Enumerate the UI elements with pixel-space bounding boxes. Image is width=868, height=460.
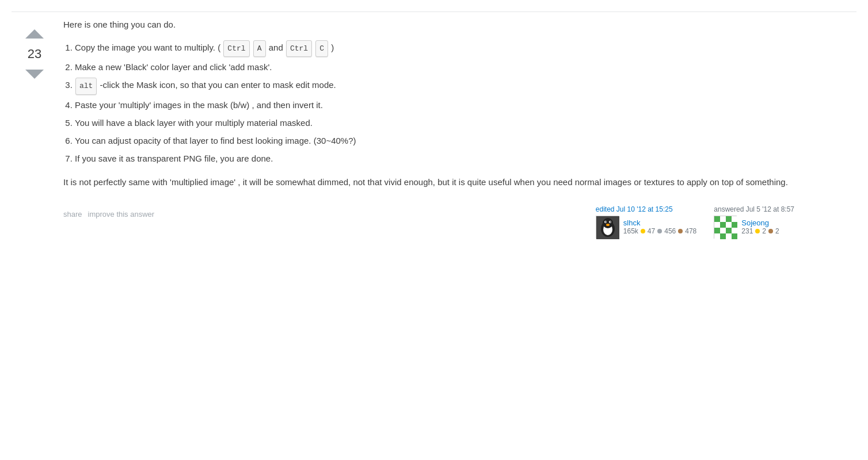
list-item: Make a new 'Black' color layer and click… [75, 59, 794, 75]
edited-sig: edited Jul 10 '12 at 15:25 [596, 205, 696, 239]
svg-rect-16 [726, 222, 732, 228]
answered-rep-count: 231 [741, 227, 753, 235]
bronze-dot2 [768, 229, 773, 233]
svg-rect-15 [720, 222, 726, 228]
edited-rep-count: 165k [623, 227, 638, 235]
post-footer: share improve this answer edited Jul 10 … [63, 201, 794, 239]
page-wrapper: 23 Here is one thing you can do. Copy th… [0, 0, 868, 460]
step7-text: If you save it as transparent PNG file, … [75, 154, 273, 163]
svg-rect-22 [714, 233, 720, 239]
vote-up-button[interactable] [24, 24, 45, 44]
kbd-a: A [253, 40, 266, 57]
svg-point-3 [603, 218, 613, 228]
post-actions: share improve this answer [63, 205, 154, 218]
answered-label: answered Jul 5 '12 at 8:57 [714, 205, 794, 213]
bronze-dot [678, 229, 683, 233]
svg-rect-14 [714, 222, 720, 228]
kbd-ctrl-a1: Ctrl [223, 40, 249, 57]
post-signatures: edited Jul 10 '12 at 15:25 [596, 205, 794, 239]
edited-user-card: slhck 165k 47 456 478 [596, 216, 696, 239]
step2-text: Make a new 'Black' color layer and click… [75, 62, 272, 72]
answered-user-rep: 231 2 2 [741, 227, 779, 235]
gold-count: 47 [648, 227, 655, 235]
bronze-count: 478 [685, 227, 696, 235]
avatar [596, 216, 619, 239]
gold-count2: 2 [762, 227, 766, 235]
svg-rect-20 [726, 228, 732, 233]
svg-rect-10 [714, 216, 720, 222]
svg-rect-24 [726, 233, 732, 239]
answer-body: Here is one thing you can do. Copy the i… [58, 18, 794, 239]
kbd-alt: alt [75, 78, 97, 94]
answered-sig: answered Jul 5 '12 at 8:57 [714, 205, 794, 239]
kbd-ctrl-c1: Ctrl [286, 40, 312, 57]
share-link[interactable]: share [63, 210, 82, 218]
upvote-icon [24, 24, 45, 44]
svg-rect-11 [720, 216, 726, 222]
list-item: Copy the image you want to multiply. ( C… [75, 40, 794, 57]
closing-text: It is not perfectly same with 'multiplie… [63, 175, 794, 189]
bronze-count2: 2 [775, 227, 779, 235]
edited-user-rep: 165k 47 456 478 [623, 227, 696, 235]
svg-rect-17 [732, 222, 737, 228]
improve-link[interactable]: improve this answer [88, 210, 155, 218]
svg-rect-12 [726, 216, 732, 222]
downvote-icon [24, 64, 45, 85]
svg-point-8 [606, 224, 610, 226]
svg-rect-23 [720, 233, 726, 239]
step3-text: -click the Mask icon, so that you can en… [97, 80, 336, 90]
svg-rect-25 [732, 233, 737, 239]
answer-container: 23 Here is one thing you can do. Copy th… [0, 12, 806, 244]
svg-point-7 [610, 221, 611, 223]
answered-username[interactable]: Sojeong [741, 218, 779, 227]
step1-text: Copy the image you want to multiply. ( C… [75, 43, 334, 52]
steps-list: Copy the image you want to multiply. ( C… [75, 40, 794, 166]
gold-dot2 [755, 229, 760, 233]
list-item: Paste your 'multiply' images in the mask… [75, 97, 794, 113]
answered-user-info: Sojeong 231 2 2 [741, 218, 779, 235]
step4-text: Paste your 'multiply' images in the mask… [75, 100, 323, 110]
edited-user-info: slhck 165k 47 456 478 [623, 218, 696, 235]
edited-link[interactable]: edited Jul 10 '12 at 15:25 [596, 205, 673, 213]
silver-count: 456 [664, 227, 676, 235]
list-item: You will have a black layer with your mu… [75, 115, 794, 131]
avatar-image [596, 216, 619, 239]
intro-text: Here is one thing you can do. [63, 18, 794, 32]
vote-count: 23 [28, 44, 41, 64]
vote-down-button[interactable] [24, 64, 45, 85]
kbd-c: C [315, 40, 328, 57]
answered-user-card: Sojeong 231 2 2 [714, 216, 794, 239]
avatar-image [714, 216, 737, 239]
silver-dot [657, 229, 662, 233]
list-item: If you save it as transparent PNG file, … [75, 151, 794, 166]
svg-rect-21 [732, 228, 737, 233]
list-item: alt -click the Mask icon, so that you ca… [75, 77, 794, 94]
step6-text: You can adjust opacity of that layer to … [75, 136, 356, 145]
avatar [714, 216, 737, 239]
svg-point-6 [605, 221, 606, 223]
vote-section: 23 [12, 18, 58, 239]
svg-rect-18 [714, 228, 720, 233]
gold-dot [641, 229, 645, 233]
list-item: You can adjust opacity of that layer to … [75, 133, 794, 148]
edited-username[interactable]: slhck [623, 218, 696, 227]
svg-rect-19 [720, 228, 726, 233]
svg-rect-13 [732, 216, 737, 222]
step5-text: You will have a black layer with your mu… [75, 118, 313, 128]
edited-label: edited Jul 10 '12 at 15:25 [596, 205, 696, 213]
